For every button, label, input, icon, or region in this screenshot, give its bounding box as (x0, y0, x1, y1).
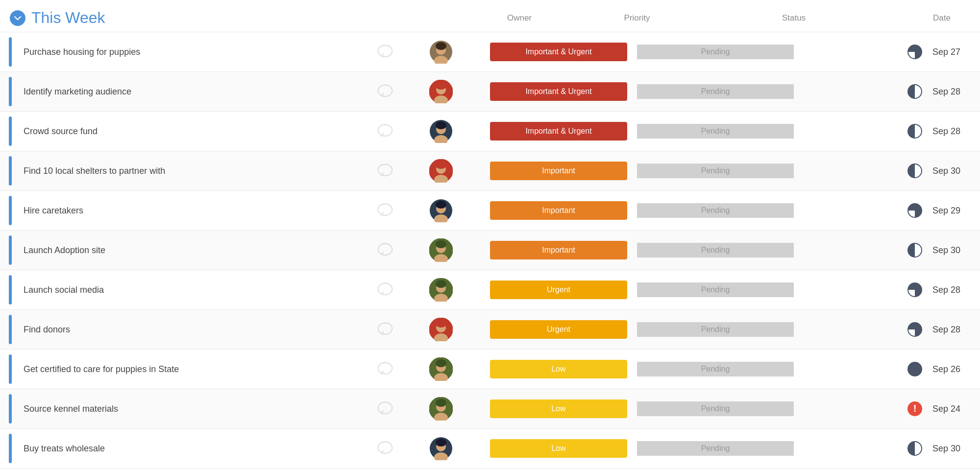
priority-badge[interactable]: Important & Urgent (490, 43, 627, 61)
svg-point-48 (378, 363, 392, 374)
comment-icon[interactable] (376, 162, 394, 180)
task-left-10: Source kennel materials (0, 389, 402, 428)
chevron-down-icon (14, 14, 22, 22)
priority-badge[interactable]: Low (490, 400, 627, 418)
task-name: Source kennel materials (24, 404, 376, 414)
task-left-3: Crowd source fund (0, 112, 402, 151)
row-indicator (9, 37, 12, 67)
comment-icon[interactable] (376, 43, 394, 61)
priority-badge[interactable]: Low (490, 360, 627, 378)
status-text: Pending (701, 127, 730, 136)
task-priority[interactable]: Important & Urgent (480, 82, 637, 101)
status-text: Pending (701, 206, 730, 215)
avatar (429, 238, 453, 262)
task-list: Purchase housing for puppies Important &… (0, 32, 980, 469)
task-status: Pending (637, 84, 794, 99)
task-name: Find 10 local shelters to partner with (24, 166, 376, 176)
task-date: Sep 28 (794, 123, 980, 139)
pie-icon (907, 282, 923, 298)
status-text: Pending (701, 166, 730, 175)
date-text: Sep 30 (932, 245, 960, 256)
date-text: Sep 24 (932, 404, 960, 414)
svg-point-36 (378, 283, 392, 295)
comment-icon[interactable] (376, 360, 394, 378)
comment-icon[interactable] (376, 241, 394, 259)
date-text: Sep 27 (932, 47, 960, 57)
task-priority[interactable]: Important (480, 241, 637, 259)
table-row: Hire caretakers Important Pending Sep 29 (0, 191, 980, 231)
task-name: Identify marketing audience (24, 87, 376, 97)
collapse-button[interactable] (10, 10, 25, 26)
priority-badge[interactable]: Urgent (490, 320, 627, 339)
comment-icon[interactable] (376, 83, 394, 100)
comment-icon[interactable] (376, 281, 394, 299)
priority-badge[interactable]: Important (490, 241, 627, 259)
svg-point-12 (378, 125, 392, 136)
avatar (429, 357, 453, 381)
col-header-priority: Priority (559, 13, 715, 23)
pie-icon (907, 203, 923, 218)
status-text: Pending (701, 285, 730, 294)
row-indicator (9, 117, 12, 146)
task-left-9: Get certified to care for puppies in Sta… (0, 350, 402, 389)
table-row: Find 10 local shelters to partner with I… (0, 151, 980, 191)
task-date: Sep 30 (794, 242, 980, 258)
comment-icon[interactable] (376, 440, 394, 457)
task-owner (402, 357, 480, 381)
task-priority[interactable]: Urgent (480, 281, 637, 299)
task-name: Find donors (24, 325, 376, 335)
task-date: Sep 30 (794, 441, 980, 456)
task-status: Pending (637, 164, 794, 178)
comment-icon[interactable] (376, 321, 394, 338)
priority-badge[interactable]: Important & Urgent (490, 82, 627, 101)
task-owner (402, 80, 480, 103)
task-priority[interactable]: Important (480, 201, 637, 220)
row-indicator (9, 354, 12, 384)
comment-icon[interactable] (376, 202, 394, 219)
svg-point-9 (436, 82, 446, 90)
comment-icon[interactable] (376, 400, 394, 418)
task-owner (402, 119, 480, 143)
priority-badge[interactable]: Important & Urgent (490, 122, 627, 141)
task-date: Sep 30 (794, 163, 980, 179)
task-status: Pending (637, 243, 794, 258)
svg-point-27 (436, 201, 446, 209)
task-priority[interactable]: Low (480, 400, 637, 418)
task-date: Sep 28 (794, 322, 980, 337)
task-priority[interactable]: Important & Urgent (480, 122, 637, 141)
task-owner (402, 318, 480, 341)
task-date: Sep 29 (794, 203, 980, 218)
task-owner (402, 199, 480, 222)
status-text: Pending (701, 404, 730, 413)
task-priority[interactable]: Important & Urgent (480, 43, 637, 61)
pie-icon (907, 123, 923, 139)
task-date: Sep 26 (794, 361, 980, 377)
priority-badge[interactable]: Low (490, 439, 627, 458)
status-text: Pending (701, 444, 730, 453)
date-text: Sep 28 (932, 285, 960, 295)
svg-point-15 (436, 121, 446, 129)
priority-badge[interactable]: Important (490, 162, 627, 180)
priority-badge[interactable]: Urgent (490, 281, 627, 299)
task-owner (402, 40, 480, 64)
svg-point-0 (378, 46, 392, 57)
priority-badge[interactable]: Important (490, 201, 627, 220)
col-header-date: Date (872, 13, 970, 23)
table-row: Launch social media Urgent Pending Sep 2… (0, 270, 980, 310)
avatar (429, 159, 453, 183)
task-priority[interactable]: Low (480, 439, 637, 458)
task-name: Crowd source fund (24, 126, 376, 137)
task-priority[interactable]: Important (480, 162, 637, 180)
alert-icon: ! (907, 401, 923, 417)
table-row: Find donors Urgent Pending Sep 28 (0, 310, 980, 350)
task-priority[interactable]: Urgent (480, 320, 637, 339)
task-owner (402, 159, 480, 183)
pie-icon (907, 242, 923, 258)
task-left-5: Hire caretakers (0, 191, 402, 230)
header-row: This Week Owner Priority Status Date (0, 0, 980, 32)
comment-icon[interactable] (376, 122, 394, 140)
task-status: Pending (637, 441, 794, 456)
svg-point-51 (436, 359, 446, 367)
svg-point-24 (378, 204, 392, 215)
task-priority[interactable]: Low (480, 360, 637, 378)
